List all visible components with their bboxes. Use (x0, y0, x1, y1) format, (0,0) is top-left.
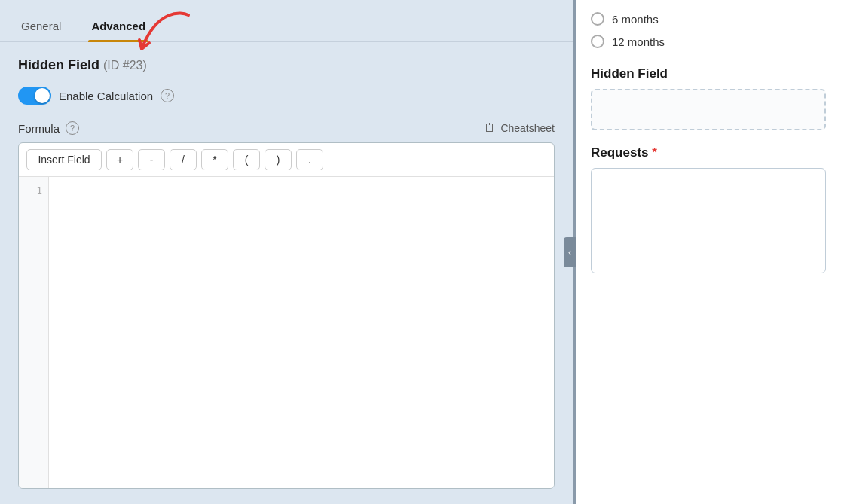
field-title: Hidden Field (ID #23) (18, 57, 555, 73)
toggle-label: Enable Calculation (59, 90, 153, 102)
formula-input[interactable] (49, 177, 554, 488)
requests-section-title: Requests * (591, 145, 826, 160)
radio-label-12months: 12 months (612, 35, 665, 48)
code-area: 1 (19, 177, 554, 488)
toggle-row: Enable Calculation ? (18, 87, 555, 105)
insert-field-button[interactable]: Insert Field (26, 149, 102, 170)
toolbar: Insert Field + - / * ( ) . (19, 143, 554, 177)
formula-row: Formula ? 🗒 Cheatsheet (18, 121, 555, 135)
collapse-handle[interactable]: ‹ (564, 237, 576, 267)
close-paren-button[interactable]: ) (265, 149, 292, 170)
toggle-help-icon[interactable]: ? (161, 89, 174, 102)
line-numbers: 1 (19, 177, 49, 488)
minus-button[interactable]: - (138, 149, 165, 170)
line-number-1: 1 (25, 185, 42, 196)
field-id: (ID #23) (103, 59, 147, 72)
panel-content: Hidden Field (ID #23) Enable Calculation… (0, 42, 573, 504)
multiply-button[interactable]: * (201, 149, 228, 170)
formula-editor: Insert Field + - / * ( ) . 1 (18, 142, 555, 489)
tabs-bar: General Advanced (0, 0, 573, 42)
requests-input[interactable] (591, 168, 826, 273)
required-star: * (652, 145, 657, 160)
radio-label-6months: 6 months (612, 13, 659, 26)
formula-label-group: Formula ? (18, 121, 79, 135)
requests-label: Requests (591, 145, 649, 160)
radio-circle-12months (591, 35, 604, 48)
radio-item-6months[interactable]: 6 months (591, 12, 826, 26)
cheatsheet-button[interactable]: 🗒 Cheatsheet (484, 121, 555, 135)
formula-help-icon[interactable]: ? (66, 121, 79, 135)
cheatsheet-icon: 🗒 (484, 121, 496, 135)
collapse-icon: ‹ (568, 247, 571, 258)
right-panel: ‹ 6 months 12 months Hidden Field Reques… (573, 0, 841, 504)
hidden-field-input[interactable] (591, 89, 826, 130)
radio-group: 6 months 12 months (591, 12, 826, 48)
cheatsheet-label: Cheatsheet (500, 122, 555, 134)
formula-label-text: Formula (18, 122, 60, 135)
radio-circle-6months (591, 12, 604, 26)
enable-calculation-toggle[interactable] (18, 87, 51, 105)
tab-general[interactable]: General (18, 12, 64, 41)
tab-advanced[interactable]: Advanced (88, 12, 148, 41)
open-paren-button[interactable]: ( (233, 149, 260, 170)
dot-button[interactable]: . (296, 149, 323, 170)
hidden-field-section-title: Hidden Field (591, 66, 826, 81)
plus-button[interactable]: + (106, 149, 133, 170)
divide-button[interactable]: / (170, 149, 197, 170)
right-content: 6 months 12 months Hidden Field Requests… (576, 0, 841, 286)
radio-item-12months[interactable]: 12 months (591, 35, 826, 48)
left-panel: General Advanced Hidden Field (ID #23) E… (0, 0, 573, 504)
